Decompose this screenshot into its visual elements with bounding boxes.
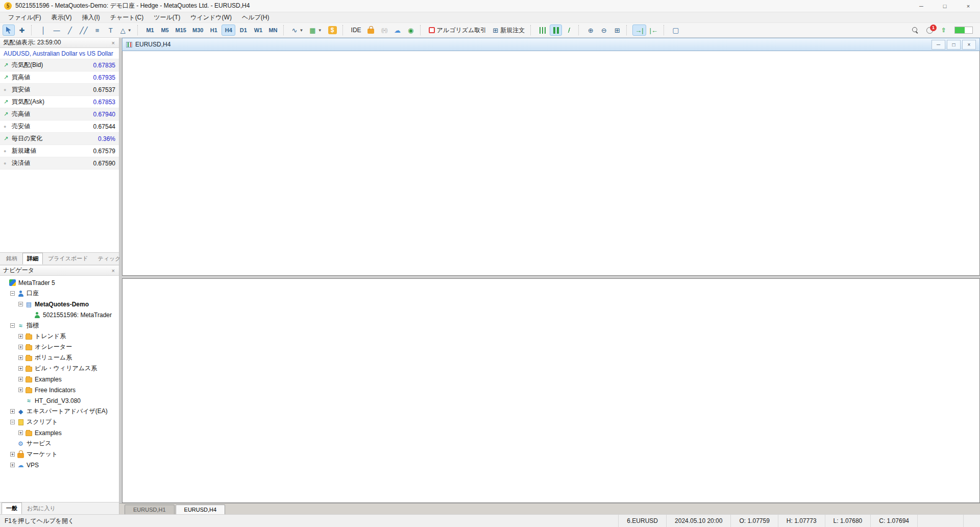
menu-chart[interactable]: チャート(C) [105,12,149,23]
tab-common[interactable]: 一般 [2,502,22,514]
menu-window[interactable]: ウインドウ(W) [185,12,237,23]
tab-priceboard[interactable]: プライスボード [43,253,93,265]
navigator-item-13[interactable]: +◆エキスパートアドバイザ(EA) [2,406,119,417]
navigator-item-15[interactable]: +Examples [2,427,119,438]
expand-icon[interactable]: + [18,377,23,381]
collapse-icon[interactable]: − [10,323,15,328]
cloud-button[interactable]: ☁ [391,25,404,36]
expand-icon[interactable]: + [18,430,23,435]
metaeditor-ide-button[interactable]: IDE [349,25,364,36]
timeframe-mn-button[interactable]: MN [266,25,280,36]
crosshair-tool-button[interactable]: ✚ [16,25,28,36]
expand-icon[interactable]: + [18,355,23,360]
market-button[interactable] [365,25,377,36]
fibonacci-tool-button[interactable]: ≡ [91,25,104,36]
quote-row-8[interactable]: ●新規建値0.67579 [0,145,119,157]
signals-button[interactable]: ((•)) [378,25,390,36]
navigator-item-8[interactable]: +ボリューム系 [2,352,119,363]
timeframe-h4-button[interactable]: H4 [222,25,235,36]
zoom-out-button[interactable]: ⊖ [598,25,610,36]
chart-template-button[interactable]: ▦▼ [307,25,324,36]
symbol-description[interactable]: AUDUSD, Australian Dollar vs US Dollar [0,48,119,59]
collapse-icon[interactable]: − [18,302,23,306]
channel-tool-button[interactable]: ╱╱ [77,25,90,36]
vertical-line-tool-button[interactable]: │ [37,25,50,36]
tab-favorites[interactable]: お気に入り [22,502,60,514]
indicators-button[interactable]: ∿▼ [289,25,306,36]
navigator-item-6[interactable]: +トレンド系 [2,331,119,342]
candlestick-chart-button[interactable] [550,25,562,36]
trendline-tool-button[interactable]: ╱ [64,25,76,36]
expand-icon[interactable]: + [10,409,15,414]
notifications-icon[interactable]: 1 [926,27,933,34]
expand-icon[interactable]: + [18,345,23,349]
navigator-item-2[interactable]: −口座 [2,288,119,299]
quote-row-4[interactable]: ↗買気配(Ask)0.67853 [0,96,119,108]
close-icon[interactable]: × [111,40,116,46]
close-icon[interactable]: × [111,268,116,274]
collapse-icon[interactable]: − [10,291,15,296]
navigator-item-1[interactable]: MetaTrader 5 [2,277,119,288]
timeframe-m30-button[interactable]: M30 [190,25,206,36]
expand-icon[interactable]: + [18,334,23,339]
navigator-item-18[interactable]: +☁VPS [2,460,119,470]
expand-icon[interactable]: + [18,388,23,392]
cursor-tool-button[interactable] [3,25,15,36]
search-icon[interactable] [912,27,918,33]
tab-symbols[interactable]: 銘柄 [2,253,22,265]
text-tool-button[interactable]: T [105,25,117,36]
quote-row-6[interactable]: ●売安値0.67544 [0,121,119,133]
navigator-item-4[interactable]: 5021551596: MetaTrader [2,309,119,320]
navigator-item-12[interactable]: ≈HT_Grid_V3.080 [2,395,119,406]
tile-windows-button[interactable]: ⊞ [611,25,623,36]
chart-close-button[interactable]: × [962,40,976,50]
menu-view[interactable]: 表示(V) [46,12,77,23]
menu-tools[interactable]: ツール(T) [149,12,185,23]
screenshot-button[interactable]: ▢ [670,25,682,36]
chart-maximize-button[interactable]: □ [947,40,961,50]
navigator-item-14[interactable]: −スクリプト [2,417,119,427]
timeframe-d1-button[interactable]: D1 [236,25,250,36]
auto-scroll-button[interactable]: →| [632,25,646,36]
chart-eurusd-h1[interactable] [122,278,980,503]
chart-tab-eurusd-h4[interactable]: EURUSD,H4 [176,505,226,514]
menu-help[interactable]: ヘルプ(H) [237,12,275,23]
quote-row-2[interactable]: ↗買高値0.67935 [0,71,119,84]
navigator-item-16[interactable]: ⚙サービス [2,438,119,449]
shapes-tool-button[interactable]: △▼ [118,25,134,36]
window-minimize-button[interactable]: ─ [910,0,933,12]
quote-row-7[interactable]: ↗毎日の変化0.36% [0,133,119,145]
expand-icon[interactable]: + [10,463,15,467]
quote-row-1[interactable]: ↗売気配(Bid)0.67835 [0,59,119,71]
chart-window-titlebar[interactable]: EURUSD,H4 ─ □ × [122,38,980,51]
expand-icon[interactable]: + [10,452,15,457]
window-maximize-button[interactable]: □ [933,0,957,12]
collapse-icon[interactable]: − [10,420,15,424]
community-button[interactable]: ◉ [405,25,417,36]
menu-insert[interactable]: 挿入(I) [77,12,105,23]
new-order-button[interactable]: ⊞新規注文 [490,25,527,36]
window-close-button[interactable]: × [957,0,980,12]
quote-row-5[interactable]: ↗売高値0.67940 [0,108,119,121]
chart-shift-button[interactable]: |← [647,25,660,36]
quote-row-9[interactable]: ●決済値0.67590 [0,157,119,170]
timeframe-w1-button[interactable]: W1 [251,25,265,36]
navigator-item-17[interactable]: +マーケット [2,449,119,460]
timeframe-h1-button[interactable]: H1 [207,25,220,36]
chart-minimize-button[interactable]: ─ [932,40,945,50]
zoom-in-button[interactable]: ⊕ [584,25,597,36]
quote-row-3[interactable]: ●買安値0.67537 [0,84,119,96]
expand-icon[interactable]: + [18,366,23,371]
navigator-item-7[interactable]: +オシレーター [2,342,119,352]
navigator-item-11[interactable]: +Free Indicators [2,385,119,395]
navigator-item-10[interactable]: +Examples [2,374,119,385]
bars-chart-button[interactable] [536,25,549,36]
timeframe-m5-button[interactable]: M5 [158,25,172,36]
timeframe-m15-button[interactable]: M15 [173,25,189,36]
chart-eurusd-h4[interactable] [122,51,980,276]
timeframe-m1-button[interactable]: M1 [143,25,157,36]
horizontal-line-tool-button[interactable]: ― [51,25,63,36]
navigator-item-5[interactable]: −≈指標 [2,320,119,331]
navigator-item-9[interactable]: +ビル・ウィリアムス系 [2,363,119,374]
depth-of-market-button[interactable]: $ [326,25,339,36]
